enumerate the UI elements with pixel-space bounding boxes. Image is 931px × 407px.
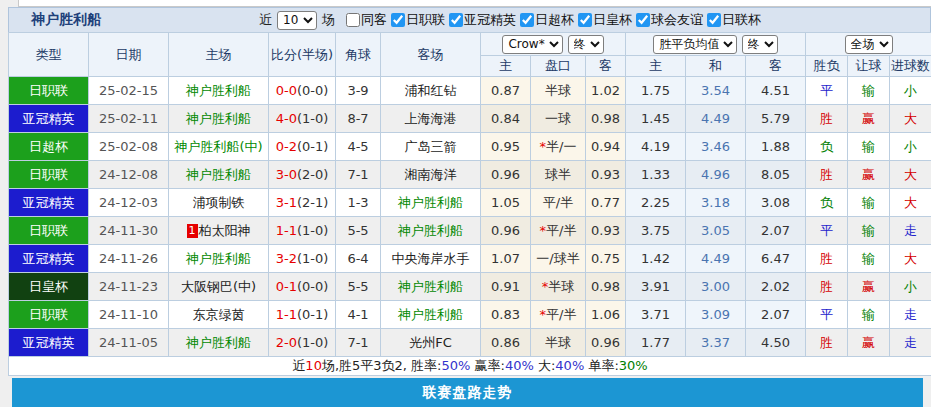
- away-team-cell[interactable]: 湘南海洋: [381, 161, 481, 189]
- away-team-name[interactable]: 光州FC: [409, 335, 452, 350]
- scope-group-header: 全场: [806, 33, 931, 56]
- league-type-cell[interactable]: 亚冠精英: [9, 245, 89, 273]
- home-team-name[interactable]: 神户胜利船: [186, 251, 251, 266]
- away-team-name[interactable]: 神户胜利船: [398, 279, 463, 294]
- crow-away-odds-cell: 0.98: [586, 105, 626, 133]
- crow-stage-select[interactable]: 终: [568, 35, 604, 54]
- away-team-name[interactable]: 上海海港: [405, 111, 457, 126]
- league-filter-checkbox[interactable]: 日联杯: [707, 11, 761, 29]
- league-checkbox-input[interactable]: [391, 13, 405, 27]
- home-team-cell[interactable]: 浦项制铁: [169, 189, 269, 217]
- away-team-cell[interactable]: 上海海港: [381, 105, 481, 133]
- league-type-cell[interactable]: 亚冠精英: [9, 189, 89, 217]
- league-type-cell[interactable]: 日超杯: [9, 133, 89, 161]
- score-cell[interactable]: 0-2(0-1): [269, 133, 336, 161]
- league-checkbox-input[interactable]: [636, 13, 650, 27]
- score-cell[interactable]: 0-1(0-0): [269, 273, 336, 301]
- odds-average-select[interactable]: 胜平负均值: [653, 35, 737, 54]
- score-cell[interactable]: 3-1(2-1): [269, 189, 336, 217]
- away-team-name[interactable]: 湘南海洋: [405, 167, 457, 182]
- league-checkbox-input[interactable]: [449, 13, 463, 27]
- away-team-cell[interactable]: 神户胜利船: [381, 217, 481, 245]
- score-cell[interactable]: 3-0(2-0): [269, 161, 336, 189]
- home-team-cell[interactable]: 大阪钢巴(中): [169, 273, 269, 301]
- league-type-cell[interactable]: 日皇杯: [9, 273, 89, 301]
- handicap-result-cell: 输: [848, 189, 890, 217]
- score-cell[interactable]: 1-1(1-0): [269, 217, 336, 245]
- home-team-cell[interactable]: 1柏太阳神: [169, 217, 269, 245]
- bookmaker-select[interactable]: Crow*: [502, 35, 563, 54]
- away-team-cell[interactable]: 浦和红钻: [381, 77, 481, 105]
- league-type-cell[interactable]: 日职联: [9, 301, 89, 329]
- league-filter-checkbox[interactable]: 日皇杯: [578, 11, 632, 29]
- handicap-text: 半/一: [546, 139, 576, 154]
- home-win-odds-cell: 3.91: [626, 273, 686, 301]
- home-rank-badge: 1: [187, 224, 198, 238]
- home-team-name[interactable]: 神户胜利船: [186, 167, 251, 182]
- away-team-name[interactable]: 浦和红钻: [405, 83, 457, 98]
- away-team-cell[interactable]: 光州FC: [381, 329, 481, 357]
- fulltime-score: 0-0: [276, 83, 297, 98]
- halftime-score: (0-0): [297, 83, 328, 98]
- home-team-cell[interactable]: 神户胜利船: [169, 161, 269, 189]
- away-team-cell[interactable]: 神户胜利船: [381, 273, 481, 301]
- score-cell[interactable]: 0-0(0-0): [269, 77, 336, 105]
- away-team-name[interactable]: 神户胜利船: [398, 307, 463, 322]
- match-history-table: 类型 日期 主场 比分(半场) 角球 客场 Crow* 终: [8, 32, 931, 376]
- home-team-cell[interactable]: 神户胜利船: [169, 245, 269, 273]
- league-filter-checkbox[interactable]: 日职联: [391, 11, 445, 29]
- home-team-name[interactable]: 神户胜利船: [186, 83, 251, 98]
- col-header-type: 类型: [9, 33, 89, 77]
- league-filter-checkbox[interactable]: 同客: [346, 11, 387, 29]
- league-type-cell[interactable]: 亚冠精英: [9, 105, 89, 133]
- score-cell[interactable]: 1-1(0-1): [269, 301, 336, 329]
- away-team-name[interactable]: 神户胜利船: [398, 223, 463, 238]
- subcol-handicap-result: 让球: [848, 56, 890, 77]
- subcol-goals-result: 进球数: [890, 56, 931, 77]
- away-team-cell[interactable]: 神户胜利船: [381, 301, 481, 329]
- content-area: 神户胜利船 近 10 场 同客 日职联 亚冠精英 日超杯 日皇杯 球会友谊 日联…: [8, 7, 931, 376]
- away-team-cell[interactable]: 神户胜利船: [381, 189, 481, 217]
- score-cell[interactable]: 3-2(1-0): [269, 245, 336, 273]
- odds-stage-select[interactable]: 终: [742, 35, 778, 54]
- away-team-name[interactable]: 广岛三箭: [405, 139, 457, 154]
- league-type-cell[interactable]: 日职联: [9, 161, 89, 189]
- league-type-cell[interactable]: 日职联: [9, 77, 89, 105]
- league-checkbox-input[interactable]: [707, 13, 721, 27]
- home-team-cell[interactable]: 神户胜利船(中): [169, 133, 269, 161]
- recent-count-select[interactable]: 10: [277, 11, 317, 30]
- scope-select[interactable]: 全场: [845, 35, 893, 54]
- home-team-name[interactable]: 浦项制铁: [193, 195, 245, 210]
- home-team-cell[interactable]: 东京绿茵: [169, 301, 269, 329]
- away-team-name[interactable]: 中央海岸水手: [392, 251, 470, 266]
- away-team-cell[interactable]: 广岛三箭: [381, 133, 481, 161]
- away-win-odds-cell: 2.07: [746, 217, 806, 245]
- home-team-cell[interactable]: 神户胜利船: [169, 77, 269, 105]
- goals-result-cell: 小: [890, 273, 931, 301]
- home-team-cell[interactable]: 神户胜利船: [169, 105, 269, 133]
- away-team-name[interactable]: 神户胜利船: [398, 195, 463, 210]
- league-checkbox-input[interactable]: [346, 13, 360, 27]
- league-filter-checkbox[interactable]: 亚冠精英: [449, 11, 516, 29]
- league-filter-checkbox[interactable]: 球会友谊: [636, 11, 703, 29]
- home-team-name[interactable]: 神户胜利船: [186, 111, 251, 126]
- away-team-cell[interactable]: 中央海岸水手: [381, 245, 481, 273]
- match-date-cell: 24-12-08: [89, 161, 169, 189]
- score-cell[interactable]: 2-0(1-0): [269, 329, 336, 357]
- league-type-cell[interactable]: 亚冠精英: [9, 329, 89, 357]
- league-type-cell[interactable]: 日职联: [9, 217, 89, 245]
- home-team-name[interactable]: 神户胜利船: [186, 335, 251, 350]
- handicap-cell: 一/球半: [531, 245, 586, 273]
- home-team-name[interactable]: 大阪钢巴(中): [181, 279, 256, 294]
- home-team-name[interactable]: 神户胜利船(中): [174, 139, 262, 154]
- home-team-name[interactable]: 东京绿茵: [193, 307, 245, 322]
- league-checkbox-input[interactable]: [578, 13, 592, 27]
- home-team-name[interactable]: 柏太阳神: [199, 223, 251, 238]
- fulltime-score: 0-1: [276, 279, 297, 294]
- summary-segment: 30%: [619, 358, 648, 373]
- home-team-cell[interactable]: 神户胜利船: [169, 329, 269, 357]
- score-cell[interactable]: 4-0(1-0): [269, 105, 336, 133]
- league-filter-checkbox[interactable]: 日超杯: [520, 11, 574, 29]
- league-checkbox-input[interactable]: [520, 13, 534, 27]
- table-row: 日职联 25-02-15 神户胜利船 0-0(0-0) 3-9 浦和红钻 0.8…: [9, 77, 931, 105]
